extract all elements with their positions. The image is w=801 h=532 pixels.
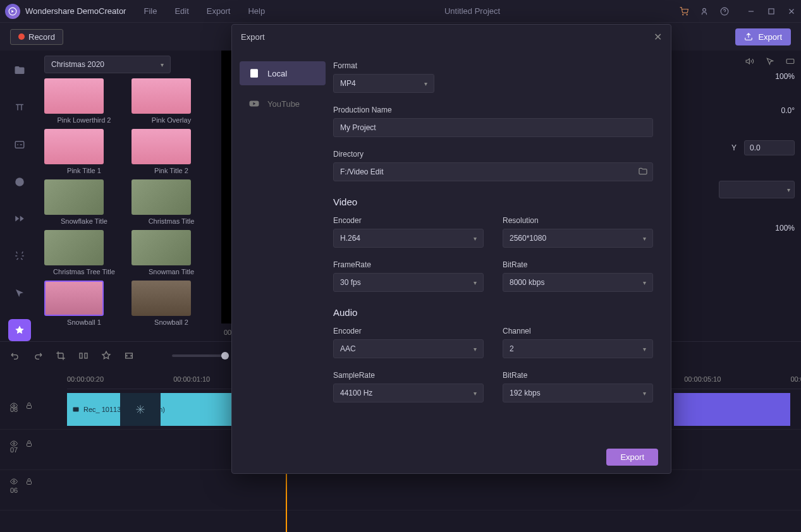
speaker-icon[interactable]: [745, 57, 754, 66]
sidebar: [0, 51, 39, 341]
lib-item[interactable]: Snowball 2: [131, 281, 211, 326]
svg-point-2: [687, 14, 687, 15]
sidebar-cursor[interactable]: [8, 282, 31, 305]
crop-icon[interactable]: [56, 351, 66, 361]
video-icon: [72, 406, 80, 413]
audio-encoder-select[interactable]: AAC▾: [333, 339, 484, 358]
library-pack-select[interactable]: Christmas 2020 ▾: [44, 56, 171, 73]
svg-rect-22: [27, 481, 32, 485]
eye-icon[interactable]: [10, 402, 18, 409]
svg-rect-6: [769, 8, 774, 13]
app-logo: [5, 4, 20, 19]
rotation-value: 0.0°: [781, 106, 795, 115]
menu-file[interactable]: File: [144, 6, 157, 16]
undo-icon[interactable]: [10, 351, 20, 361]
format-select[interactable]: MP4▾: [333, 74, 434, 93]
close-icon[interactable]: [787, 7, 796, 16]
eye-icon[interactable]: [10, 478, 18, 485]
timeline-clip-purple[interactable]: [674, 393, 790, 426]
production-name-label: Production Name: [333, 106, 653, 114]
svg-marker-11: [746, 59, 749, 64]
samplerate-select[interactable]: 44100 Hz▾: [333, 384, 484, 402]
record-button[interactable]: Record: [10, 29, 63, 45]
export-tab-local[interactable]: Local: [240, 61, 326, 85]
video-encoder-select[interactable]: H.264▾: [333, 229, 484, 248]
framerate-select[interactable]: 30 fps▾: [333, 273, 484, 292]
svg-rect-13: [80, 353, 82, 358]
track-number: 06: [10, 487, 18, 494]
export-button-top[interactable]: Export: [735, 28, 791, 45]
project-title: Untitled Project: [265, 6, 680, 16]
sidebar-templates[interactable]: [8, 319, 31, 341]
menu-edit[interactable]: Edit: [174, 6, 188, 16]
video-bitrate-select[interactable]: 8000 kbps▾: [503, 273, 653, 292]
user-icon[interactable]: [700, 7, 709, 16]
folder-icon[interactable]: [638, 166, 648, 176]
svg-point-19: [13, 443, 15, 445]
svg-rect-20: [27, 444, 32, 447]
sidebar-sticker[interactable]: [8, 171, 31, 193]
export-tab-local-label: Local: [267, 69, 287, 78]
directory-input[interactable]: [333, 162, 653, 181]
production-name-input[interactable]: [333, 118, 653, 137]
lib-item[interactable]: Snowball 1: [44, 281, 124, 326]
audio-section-title: Audio: [333, 307, 653, 318]
clip-effect[interactable]: [120, 393, 161, 426]
lock-icon[interactable]: [25, 440, 33, 447]
menu-help[interactable]: Help: [248, 6, 265, 16]
lib-item[interactable]: Snowflake Title: [44, 179, 124, 225]
maximize-icon[interactable]: [767, 7, 776, 16]
lib-item[interactable]: Snowman Title: [131, 230, 211, 275]
fit-icon[interactable]: [124, 351, 134, 361]
modal-close-icon[interactable]: ✕: [654, 31, 662, 43]
keyboard-icon[interactable]: [786, 57, 795, 66]
svg-rect-18: [27, 406, 32, 409]
lib-item[interactable]: Pink Title 2: [131, 129, 211, 174]
modal-title: Export: [241, 32, 265, 42]
cart-icon[interactable]: [680, 7, 688, 16]
svg-point-21: [13, 481, 15, 483]
help-icon[interactable]: [720, 7, 729, 16]
library-panel: Christmas 2020 ▾ Pink Lowerthird 2 Pink …: [39, 51, 216, 341]
upload-icon: [744, 32, 753, 41]
sidebar-effects[interactable]: [8, 245, 31, 267]
export-tab-youtube[interactable]: YouTube: [240, 92, 326, 116]
marker-icon[interactable]: [101, 351, 111, 361]
youtube-icon: [248, 98, 260, 109]
lib-item[interactable]: Pink Lowerthird 2: [44, 78, 124, 124]
audio-bitrate-select[interactable]: 192 kbps▾: [503, 384, 653, 402]
lib-item[interactable]: Pink Title 1: [44, 129, 124, 174]
minimize-icon[interactable]: [747, 7, 755, 16]
cursor-icon[interactable]: [766, 57, 774, 66]
sidebar-text[interactable]: [8, 97, 31, 119]
library-pack-label: Christmas 2020: [51, 60, 104, 69]
lock-icon[interactable]: [25, 478, 33, 485]
export-tab-youtube-label: YouTube: [267, 99, 300, 109]
lib-item[interactable]: Christmas Tree Title: [44, 230, 124, 275]
svg-point-1: [683, 14, 683, 15]
y-label: Y: [731, 143, 737, 152]
sidebar-folder[interactable]: [8, 59, 31, 82]
split-icon[interactable]: [78, 351, 89, 361]
eye-icon[interactable]: [10, 440, 18, 447]
sidebar-transition[interactable]: [8, 208, 31, 230]
svg-rect-9: [15, 142, 24, 148]
channel-select[interactable]: 2▾: [503, 339, 653, 358]
redo-icon[interactable]: [33, 351, 43, 361]
lib-item[interactable]: Pink Overlay: [131, 78, 211, 124]
resolution-select[interactable]: 2560*1080▾: [503, 229, 653, 248]
record-dot-icon: [18, 33, 25, 40]
video-section-title: Video: [333, 196, 653, 207]
menu-export[interactable]: Export: [207, 6, 231, 16]
app-name: Wondershare DemoCreator: [25, 6, 126, 16]
lock-icon[interactable]: [25, 402, 33, 409]
svg-point-17: [13, 405, 15, 407]
prop-select[interactable]: ▾: [719, 181, 795, 198]
export-top-label: Export: [758, 32, 782, 42]
sidebar-caption[interactable]: [8, 134, 31, 156]
zoom-slider[interactable]: [172, 354, 229, 357]
lib-item[interactable]: Christmas Title: [131, 179, 211, 225]
y-input[interactable]: [744, 140, 795, 155]
track-row[interactable]: 06: [0, 470, 801, 511]
export-confirm-button[interactable]: Export: [606, 449, 658, 466]
